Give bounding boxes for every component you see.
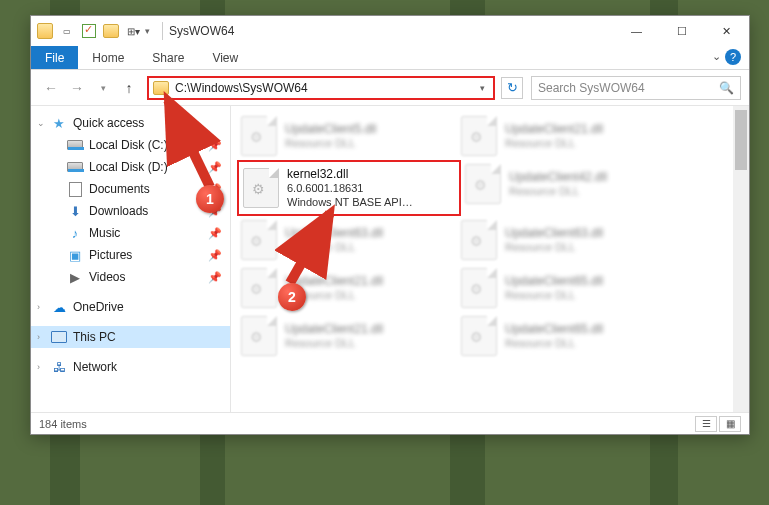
dll-icon: ⚙ xyxy=(461,316,497,356)
qat-properties-icon[interactable]: ▭ xyxy=(57,21,77,41)
pc-icon xyxy=(51,329,67,345)
file-item[interactable]: ⚙ UpdateClient21.dllResource DLL xyxy=(237,312,457,360)
up-button[interactable]: ↑ xyxy=(117,76,141,100)
file-item-kernel32[interactable]: ⚙ kernel32.dll 6.0.6001.18631 Windows NT… xyxy=(237,160,461,216)
file-item[interactable]: ⚙ UpdateClient63.dllResource DLL xyxy=(457,216,677,264)
sidebar-item-disk-c[interactable]: Local Disk (C:) 📌 xyxy=(31,134,230,156)
pin-icon: 📌 xyxy=(208,227,222,240)
minimize-button[interactable]: — xyxy=(614,17,659,46)
pin-icon: 📌 xyxy=(208,183,222,196)
video-icon: ▶ xyxy=(67,269,83,285)
sidebar-item-music[interactable]: ♪ Music 📌 xyxy=(31,222,230,244)
music-icon: ♪ xyxy=(67,225,83,241)
window-icon xyxy=(37,23,53,39)
sidebar-item-downloads[interactable]: ⬇ Downloads 📌 xyxy=(31,200,230,222)
sidebar-item-label: Downloads xyxy=(89,204,148,218)
sidebar-item-pictures[interactable]: ▣ Pictures 📌 xyxy=(31,244,230,266)
sidebar-item-videos[interactable]: ▶ Videos 📌 xyxy=(31,266,230,288)
dll-icon: ⚙ xyxy=(241,220,277,260)
scrollbar[interactable] xyxy=(733,106,749,412)
file-version: 6.0.6001.18631 xyxy=(287,182,413,196)
address-bar[interactable]: C:\Windows\SysWOW64 ▾ xyxy=(147,76,495,100)
dll-icon: ⚙ xyxy=(241,268,277,308)
dll-icon: ⚙ xyxy=(465,164,501,204)
share-tab[interactable]: Share xyxy=(138,46,198,69)
file-item[interactable]: ⚙ UpdateClient5.dllResource DLL xyxy=(237,112,457,160)
address-path: C:\Windows\SysWOW64 xyxy=(175,81,480,95)
sidebar-item-documents[interactable]: Documents 📌 xyxy=(31,178,230,200)
qat-view-icon[interactable]: ⊞▾ xyxy=(123,21,143,41)
qat-newfolder-icon[interactable] xyxy=(101,21,121,41)
star-icon: ★ xyxy=(51,115,67,131)
file-item[interactable]: ⚙ UpdateClient21.dllResource DLL xyxy=(457,112,677,160)
titlebar: ▭ ⊞▾ ▾ SysWOW64 — ☐ ✕ xyxy=(31,16,749,46)
pin-icon: 📌 xyxy=(208,271,222,284)
document-icon xyxy=(67,181,83,197)
window-title: SysWOW64 xyxy=(169,24,234,38)
chevron-icon: › xyxy=(37,362,40,372)
icons-view-button[interactable]: ▦ xyxy=(719,416,741,432)
address-folder-icon xyxy=(153,81,169,95)
sidebar-item-label: Videos xyxy=(89,270,125,284)
sidebar-quick-access[interactable]: ⌄ ★ Quick access xyxy=(31,112,230,134)
ribbon-collapse-icon[interactable]: ⌄ xyxy=(712,50,721,63)
chevron-icon: ⌄ xyxy=(37,118,45,128)
file-name: kernel32.dll xyxy=(287,167,413,182)
file-tab[interactable]: File xyxy=(31,46,78,69)
ribbon-tabs: File Home Share View ⌄ ? xyxy=(31,46,749,70)
sidebar-item-label: Local Disk (D:) xyxy=(89,160,168,174)
dll-icon: ⚙ xyxy=(243,168,279,208)
pin-icon: 📌 xyxy=(208,249,222,262)
file-item[interactable]: ⚙ UpdateClient42.dllResource DLL xyxy=(461,160,681,208)
recent-dropdown-icon[interactable]: ▾ xyxy=(91,76,115,100)
home-tab[interactable]: Home xyxy=(78,46,138,69)
search-input[interactable]: Search SysWOW64 🔍 xyxy=(531,76,741,100)
address-dropdown-icon[interactable]: ▾ xyxy=(480,83,485,93)
separator xyxy=(162,22,163,40)
close-button[interactable]: ✕ xyxy=(704,17,749,46)
sidebar-network[interactable]: › 🖧 Network xyxy=(31,356,230,378)
file-item[interactable]: ⚙ UpdateClient21.dllResource DLL xyxy=(237,264,457,312)
details-view-button[interactable]: ☰ xyxy=(695,416,717,432)
quick-access-toolbar: ▭ ⊞▾ ▾ xyxy=(57,21,150,41)
chevron-icon: › xyxy=(37,332,40,342)
picture-icon: ▣ xyxy=(67,247,83,263)
status-bar: 184 items ☰ ▦ xyxy=(31,412,749,434)
sidebar-label: Quick access xyxy=(73,116,144,130)
sidebar-item-label: Local Disk (C:) xyxy=(89,138,168,152)
navigation-bar: ← → ▾ ↑ C:\Windows\SysWOW64 ▾ ↻ Search S… xyxy=(31,70,749,106)
navigation-pane: ⌄ ★ Quick access Local Disk (C:) 📌 Local… xyxy=(31,106,231,412)
qat-select-icon[interactable] xyxy=(79,21,99,41)
dll-icon: ⚙ xyxy=(241,316,277,356)
back-button[interactable]: ← xyxy=(39,76,63,100)
search-placeholder: Search SysWOW64 xyxy=(538,81,645,95)
dll-icon: ⚙ xyxy=(461,116,497,156)
download-icon: ⬇ xyxy=(67,203,83,219)
sidebar-item-disk-d[interactable]: Local Disk (D:) 📌 xyxy=(31,156,230,178)
scrollbar-thumb[interactable] xyxy=(735,110,747,170)
dll-icon: ⚙ xyxy=(461,220,497,260)
pin-icon: 📌 xyxy=(208,205,222,218)
item-count: 184 items xyxy=(39,418,87,430)
network-icon: 🖧 xyxy=(51,359,67,375)
maximize-button[interactable]: ☐ xyxy=(659,17,704,46)
file-item[interactable]: ⚙ UpdateClient65.dllResource DLL xyxy=(457,312,677,360)
file-list: ⚙ UpdateClient5.dllResource DLL ⚙ Update… xyxy=(231,106,749,412)
view-tab[interactable]: View xyxy=(198,46,252,69)
file-item[interactable]: ⚙ UpdateClient65.dllResource DLL xyxy=(457,264,677,312)
refresh-button[interactable]: ↻ xyxy=(501,77,523,99)
pin-icon: 📌 xyxy=(208,139,222,152)
sidebar-this-pc[interactable]: › This PC xyxy=(31,326,230,348)
sidebar-onedrive[interactable]: › ☁ OneDrive xyxy=(31,296,230,318)
help-icon[interactable]: ? xyxy=(725,49,741,65)
sidebar-item-label: Documents xyxy=(89,182,150,196)
file-item[interactable]: ⚙ UpdateClient63.dllResource DLL xyxy=(237,216,457,264)
dll-icon: ⚙ xyxy=(461,268,497,308)
forward-button[interactable]: → xyxy=(65,76,89,100)
sidebar-item-label: Music xyxy=(89,226,120,240)
disk-icon xyxy=(67,137,83,153)
qat-more-icon[interactable]: ▾ xyxy=(145,26,150,36)
chevron-icon: › xyxy=(37,302,40,312)
dll-icon: ⚙ xyxy=(241,116,277,156)
sidebar-label: This PC xyxy=(73,330,116,344)
